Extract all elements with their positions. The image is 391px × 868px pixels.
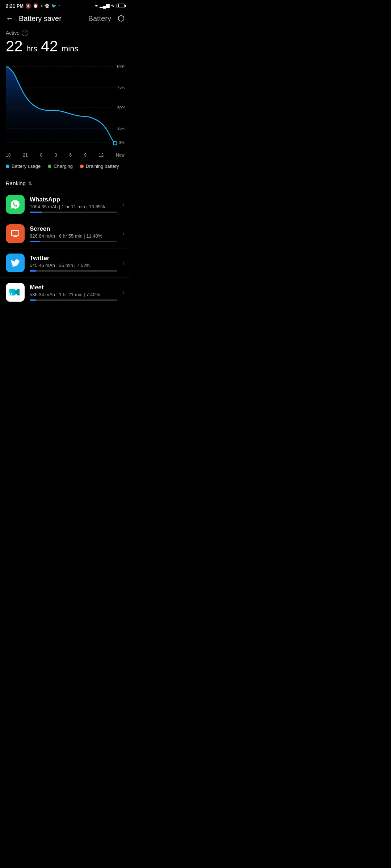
svg-text:75%: 75% xyxy=(117,85,125,89)
twitter-status-icon: 🐦 xyxy=(51,4,56,8)
active-time-display: 22 hrs 42 mins xyxy=(6,38,125,55)
legend-charging-label: Charging xyxy=(54,163,73,169)
legend-draining-label: Draining battery xyxy=(86,163,119,169)
app-item-whatsapp[interactable]: WhatsApp 1004.35 mAh | 1 hr 11 min | 13.… xyxy=(0,190,130,219)
battery-usage-dot xyxy=(6,165,9,168)
twitter-bar-fill xyxy=(30,270,36,272)
x-label-12: 12 xyxy=(99,153,104,158)
charging-dot xyxy=(48,165,51,168)
meet-detail: 536.34 mAh | 1 hr 21 min | 7.40% xyxy=(30,292,117,297)
bluetooth-icon: ⚭ xyxy=(94,3,98,8)
settings-icon[interactable]: ⬡ xyxy=(118,14,125,23)
whatsapp-icon xyxy=(6,195,25,214)
meet-icon: M xyxy=(6,283,25,302)
twitter-icon xyxy=(6,254,25,272)
chart-x-labels: 18 21 0 3 6 9 12 Now xyxy=(6,151,125,158)
svg-text:25%: 25% xyxy=(117,126,125,131)
screen-icon xyxy=(6,224,25,243)
twitter-name: Twitter xyxy=(30,255,117,262)
draining-dot xyxy=(80,165,84,168)
signal-icon: ▂▄▆ xyxy=(100,3,109,8)
app-list: WhatsApp 1004.35 mAh | 1 hr 11 min | 13.… xyxy=(0,190,130,307)
header-title-battery-saver: Battery saver xyxy=(19,14,85,23)
screen-bar-fill xyxy=(30,241,40,242)
legend-battery-usage-label: Battery usage xyxy=(12,163,41,169)
meet-info: Meet 536.34 mAh | 1 hr 21 min | 7.40% xyxy=(30,284,117,301)
screen-chevron: › xyxy=(122,230,125,238)
ranking-row[interactable]: Ranking ⇅ xyxy=(0,175,130,190)
svg-rect-11 xyxy=(12,230,19,236)
app-item-screen[interactable]: Screen 826.64 mAh | 6 hr 55 min | 11.40%… xyxy=(0,219,130,248)
x-label-0: 0 xyxy=(40,153,42,158)
twitter-info: Twitter 545.46 mAh | 35 min | 7.52% xyxy=(30,255,117,272)
whatsapp-status-icon: ● xyxy=(40,3,43,8)
screen-bar-bg xyxy=(30,241,117,242)
svg-text:100%: 100% xyxy=(116,64,125,69)
x-label-9: 9 xyxy=(84,153,87,158)
x-label-3: 3 xyxy=(55,153,57,158)
chart-svg: 100% 75% 50% 25% 0% xyxy=(6,63,125,150)
svg-point-10 xyxy=(113,141,117,145)
active-mins-unit: mins xyxy=(62,44,78,53)
legend-charging: Charging xyxy=(48,163,73,169)
x-label-21: 21 xyxy=(23,153,28,158)
active-label: Active i xyxy=(6,30,125,36)
active-hours: 22 xyxy=(6,38,23,55)
header-title-battery[interactable]: Battery xyxy=(88,14,111,23)
alarm-icon: ⏰ xyxy=(33,3,38,8)
svg-text:M: M xyxy=(8,292,13,298)
wifi-icon: ∿ xyxy=(111,3,114,8)
svg-rect-12 xyxy=(14,236,17,237)
meet-bar-bg xyxy=(30,299,117,301)
whatsapp-info: WhatsApp 1004.35 mAh | 1 hr 11 min | 13.… xyxy=(30,196,117,213)
status-bar: 2:21 PM 🔇 ⏰ ● 👻 🐦 · ⚭ ▂▄▆ ∿ xyxy=(0,0,130,10)
svg-text:50%: 50% xyxy=(117,106,125,110)
twitter-bar-bg xyxy=(30,270,117,272)
x-label-6: 6 xyxy=(70,153,72,158)
twitter-chevron: › xyxy=(122,259,125,267)
app-item-meet[interactable]: M Meet 536.34 mAh | 1 hr 21 min | 7.40% … xyxy=(0,278,130,307)
mute-icon: 🔇 xyxy=(25,3,31,9)
active-section: Active i 22 hrs 42 mins xyxy=(0,27,130,57)
status-right: ⚭ ▂▄▆ ∿ xyxy=(94,3,125,8)
meet-name: Meet xyxy=(30,284,117,291)
snapchat-icon: 👻 xyxy=(45,4,50,8)
ranking-sort-icon[interactable]: ⇅ xyxy=(28,180,32,186)
battery-chart: 100% 75% 50% 25% 0% 18 21 0 3 6 9 12 Now xyxy=(6,63,125,158)
header: ← Battery saver Battery ⬡ xyxy=(0,10,130,27)
legend-battery-usage: Battery usage xyxy=(6,163,41,169)
back-button[interactable]: ← xyxy=(6,14,14,23)
meet-bar-fill xyxy=(30,299,36,301)
svg-text:0%: 0% xyxy=(119,140,125,145)
whatsapp-detail: 1004.35 mAh | 1 hr 11 min | 13.85% xyxy=(30,204,117,209)
status-left: 2:21 PM 🔇 ⏰ ● 👻 🐦 · xyxy=(6,3,60,9)
battery-icon xyxy=(117,4,125,8)
time-display: 2:21 PM xyxy=(6,3,24,9)
active-minutes: 42 xyxy=(41,38,58,55)
active-hrs-unit: hrs xyxy=(26,44,38,53)
x-label-18: 18 xyxy=(6,153,10,158)
whatsapp-name: WhatsApp xyxy=(30,196,117,203)
meet-chevron: › xyxy=(122,289,125,296)
screen-name: Screen xyxy=(30,225,117,233)
whatsapp-bar-bg xyxy=(30,212,117,213)
whatsapp-chevron: › xyxy=(122,201,125,208)
whatsapp-bar-fill xyxy=(30,212,42,213)
screen-info: Screen 826.64 mAh | 6 hr 55 min | 11.40% xyxy=(30,225,117,242)
dot-icon: · xyxy=(58,3,60,9)
chart-legend: Battery usage Charging Draining battery xyxy=(0,159,130,175)
legend-draining: Draining battery xyxy=(80,163,119,169)
twitter-detail: 545.46 mAh | 35 min | 7.52% xyxy=(30,263,117,268)
info-icon[interactable]: i xyxy=(22,30,28,36)
ranking-label: Ranking xyxy=(6,180,26,186)
svg-rect-13 xyxy=(13,237,17,237)
app-item-twitter[interactable]: Twitter 545.46 mAh | 35 min | 7.52% › xyxy=(0,248,130,278)
screen-detail: 826.64 mAh | 6 hr 55 min | 11.40% xyxy=(30,233,117,239)
x-label-now: Now xyxy=(116,153,125,158)
